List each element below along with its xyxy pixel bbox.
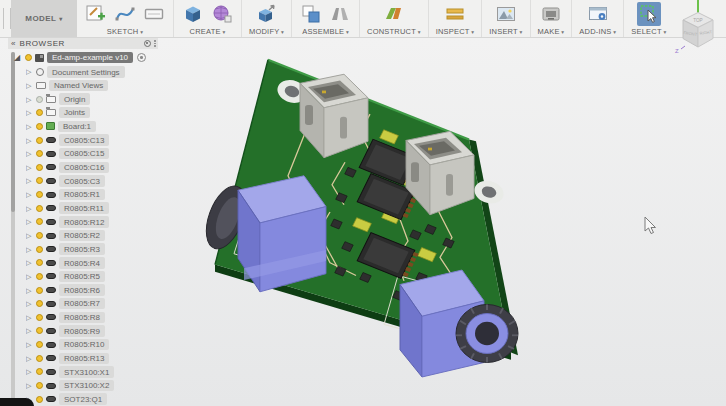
browser-item-label[interactable]: Named Views bbox=[49, 80, 108, 92]
browser-item[interactable]: ▷R0805:R7 bbox=[26, 297, 168, 311]
browser-item[interactable]: ▷STX3100:X1 bbox=[26, 365, 168, 379]
expand-arrow-icon[interactable]: ▷ bbox=[26, 150, 33, 157]
visibility-bulb-icon[interactable] bbox=[36, 205, 43, 212]
visibility-bulb-icon[interactable] bbox=[36, 273, 43, 280]
browser-item[interactable]: ▷R0805:R12 bbox=[26, 215, 168, 229]
toolbar-menu-sketch[interactable]: SKETCH bbox=[107, 27, 143, 36]
ground-pin-icon[interactable] bbox=[137, 53, 146, 62]
toolbar-menu-make[interactable]: MAKE bbox=[538, 27, 565, 36]
expand-arrow-icon[interactable]: ▷ bbox=[26, 327, 33, 334]
browser-item-label[interactable]: R0805:R3 bbox=[59, 243, 105, 255]
browser-item[interactable]: ▷Document Settings bbox=[26, 65, 168, 79]
visibility-bulb-icon[interactable] bbox=[36, 368, 43, 375]
visibility-bulb-icon[interactable] bbox=[36, 300, 43, 307]
browser-item-label[interactable]: Joints bbox=[59, 107, 90, 119]
browser-item-label[interactable]: R0805:R12 bbox=[59, 216, 109, 228]
expand-arrow-icon[interactable]: ▷ bbox=[26, 314, 33, 321]
construction-plane-icon[interactable] bbox=[382, 2, 406, 26]
expand-arrow-icon[interactable]: ▷ bbox=[26, 273, 33, 280]
browser-item[interactable]: ▷Origin bbox=[26, 92, 168, 106]
visibility-bulb-icon[interactable] bbox=[25, 54, 32, 61]
expand-arrow-icon[interactable]: ▷ bbox=[26, 341, 33, 348]
root-component-label[interactable]: Ed-amp-example v10 bbox=[47, 52, 133, 64]
browser-item[interactable]: ▷R0805:R6 bbox=[26, 283, 168, 297]
browser-item-label[interactable]: R0805:R13 bbox=[59, 353, 109, 365]
expand-arrow-icon[interactable]: ▷ bbox=[26, 177, 33, 184]
panel-handle-dots-icon[interactable] bbox=[154, 40, 156, 47]
insert-image-icon[interactable] bbox=[494, 2, 518, 26]
visibility-bulb-icon[interactable] bbox=[36, 287, 43, 294]
browser-header[interactable]: « BROWSER bbox=[8, 38, 158, 49]
workspace-switcher[interactable]: MODEL bbox=[11, 0, 77, 37]
browser-item[interactable]: ▷STX3100:X2 bbox=[26, 379, 168, 393]
align-icon[interactable] bbox=[328, 2, 352, 26]
toolbar-menu-assemble[interactable]: ASSEMBLE bbox=[302, 27, 349, 36]
browser-item-label[interactable]: R0805:R2 bbox=[59, 230, 105, 242]
browser-item[interactable]: ▷Named Views bbox=[26, 79, 168, 93]
browser-item[interactable]: ▷R0805:R3 bbox=[26, 242, 168, 256]
visibility-bulb-icon[interactable] bbox=[36, 164, 43, 171]
browser-item[interactable]: ▷R0805:R9 bbox=[26, 324, 168, 338]
expand-arrow-icon[interactable]: ▷ bbox=[26, 287, 33, 294]
visibility-bulb-icon[interactable] bbox=[36, 327, 43, 334]
browser-item-label[interactable]: R0805:R4 bbox=[59, 257, 105, 269]
select-cursor-icon[interactable] bbox=[637, 2, 661, 26]
scripts-addins-icon[interactable] bbox=[586, 2, 610, 26]
form-sphere-icon[interactable] bbox=[210, 2, 234, 26]
expand-arrow-icon[interactable]: ▷ bbox=[26, 368, 33, 375]
browser-item-label[interactable]: R0805:R10 bbox=[59, 339, 109, 351]
spline-icon[interactable] bbox=[113, 2, 137, 26]
visibility-bulb-icon[interactable] bbox=[36, 150, 43, 157]
visibility-bulb-icon[interactable] bbox=[36, 137, 43, 144]
expand-arrow-icon[interactable]: ▷ bbox=[26, 123, 33, 130]
browser-item-label[interactable]: Origin bbox=[59, 93, 90, 105]
browser-item-label[interactable]: R0805:R5 bbox=[59, 271, 105, 283]
visibility-bulb-icon[interactable] bbox=[36, 314, 43, 321]
visibility-bulb-icon[interactable] bbox=[36, 396, 43, 403]
browser-root-item[interactable]: ◢ Ed-amp-example v10 bbox=[14, 51, 146, 64]
browser-item-label[interactable]: C0805:C16 bbox=[59, 162, 109, 174]
browser-item-label[interactable]: R0805:R6 bbox=[59, 284, 105, 296]
browser-item-label[interactable]: SOT23:Q1 bbox=[59, 393, 107, 405]
browser-item-label[interactable]: Board:1 bbox=[58, 121, 96, 133]
visibility-bulb-icon[interactable] bbox=[36, 259, 43, 266]
expand-collapse-icon[interactable]: ◢ bbox=[14, 54, 22, 62]
create-sketch-icon[interactable] bbox=[84, 2, 108, 26]
browser-item[interactable]: ▷SOT23:Q1 bbox=[26, 392, 168, 406]
expand-arrow-icon[interactable]: ▷ bbox=[26, 164, 33, 171]
collapse-panel-icon[interactable]: « bbox=[11, 39, 15, 48]
toolbar-menu-create[interactable]: CREATE bbox=[190, 27, 226, 36]
toolbar-menu-modify[interactable]: MODIFY bbox=[249, 27, 284, 36]
extrude-box-icon[interactable] bbox=[181, 2, 205, 26]
visibility-bulb-icon[interactable] bbox=[36, 177, 43, 184]
toolbar-menu-construct[interactable]: CONSTRUCT bbox=[367, 27, 421, 36]
browser-item-label[interactable]: R0805:R11 bbox=[59, 202, 109, 214]
browser-item-label[interactable]: Document Settings bbox=[47, 66, 125, 78]
browser-item[interactable]: ▷R0805:R4 bbox=[26, 256, 168, 270]
visibility-bulb-icon[interactable] bbox=[36, 382, 43, 389]
browser-item-label[interactable]: R0805:R8 bbox=[59, 312, 105, 324]
visibility-bulb-icon[interactable] bbox=[36, 191, 43, 198]
browser-item[interactable]: ▷R0805:R8 bbox=[26, 311, 168, 325]
expand-arrow-icon[interactable]: ▷ bbox=[26, 355, 33, 362]
expand-arrow-icon[interactable]: ▷ bbox=[26, 300, 33, 307]
expand-arrow-icon[interactable]: ▷ bbox=[26, 246, 33, 253]
expand-arrow-icon[interactable]: ▷ bbox=[26, 232, 33, 239]
audio-jack-left[interactable] bbox=[199, 176, 326, 292]
sketch-rectangle-icon[interactable] bbox=[142, 2, 166, 26]
browser-item[interactable]: ▷Joints bbox=[26, 106, 168, 120]
measure-icon[interactable] bbox=[443, 2, 467, 26]
browser-item[interactable]: ▷R0805:R1 bbox=[26, 188, 168, 202]
browser-item-label[interactable]: R0805:R1 bbox=[59, 189, 105, 201]
browser-item[interactable]: ▷R0805:R2 bbox=[26, 229, 168, 243]
expand-arrow-icon[interactable]: ▷ bbox=[26, 109, 33, 116]
make-print-icon[interactable] bbox=[539, 2, 563, 26]
browser-item-label[interactable]: C0805:C15 bbox=[59, 148, 109, 160]
toolbar-menu-inspect[interactable]: INSPECT bbox=[436, 27, 475, 36]
visibility-bulb-icon[interactable] bbox=[36, 109, 43, 116]
browser-item-label[interactable]: C0805:C3 bbox=[59, 175, 105, 187]
view-cube[interactable]: TOP FRONT RIGHT Z bbox=[672, 0, 724, 60]
browser-settings-gear-icon[interactable] bbox=[144, 40, 151, 47]
visibility-bulb-icon[interactable] bbox=[36, 246, 43, 253]
press-pull-icon[interactable] bbox=[255, 2, 279, 26]
